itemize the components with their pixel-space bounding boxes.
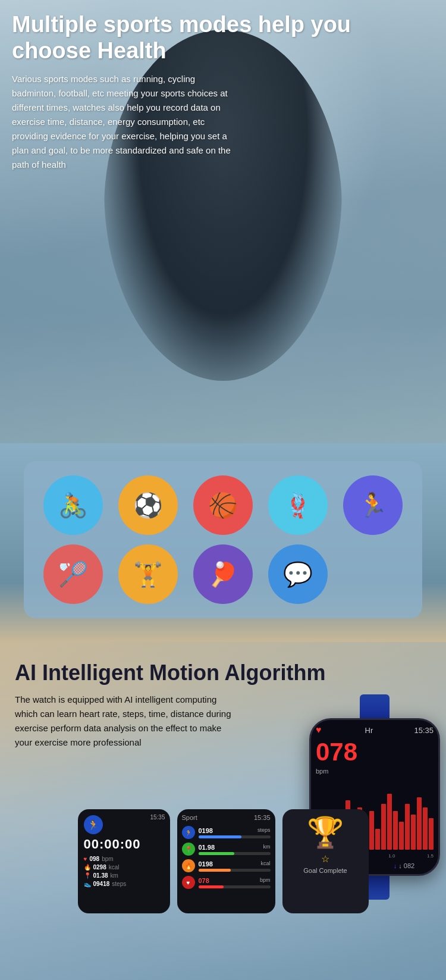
- stat-km: 📍 01.38 km: [84, 872, 164, 879]
- km-bar-bg: [199, 852, 271, 855]
- km-label: km: [263, 844, 271, 851]
- km-value: 01.38: [93, 872, 108, 879]
- km-bar: [199, 852, 235, 855]
- workout-icon: 🏃: [84, 815, 103, 834]
- kcal-num: 0198: [199, 860, 213, 868]
- dumbbell-icon[interactable]: 🏋️: [118, 544, 178, 604]
- ai-section: AI Intelligent Motion Algorithm The watc…: [0, 642, 446, 980]
- bpm-unit: bpm: [102, 856, 113, 862]
- kcal-icon: 🔥: [182, 859, 195, 872]
- heart-icon: ♥: [84, 856, 87, 862]
- km-label-row: 01.98 km: [199, 844, 271, 851]
- sports-card: 🚴 ⚽ 🏀 🪢 🏃 🏸 🏋️ 🏓 💬: [24, 461, 422, 618]
- sport-time: 15:35: [254, 814, 271, 821]
- steps-num: 0198: [199, 827, 213, 834]
- stat-steps: 👟 09418 steps: [84, 881, 164, 887]
- heart-icon: ♥: [316, 725, 322, 735]
- steps-icon: 👟: [84, 881, 91, 887]
- bpm-label: bpm: [260, 877, 271, 884]
- sports-row-1: 🚴 ⚽ 🏀 🪢 🏃: [36, 475, 410, 535]
- steps-info: 0198 steps: [199, 827, 271, 838]
- hero-text-block: Multiple sports modes help you choose He…: [12, 12, 434, 172]
- km-info: 01.98 km: [199, 844, 271, 855]
- km-unit: km: [111, 872, 118, 879]
- watch-sport-card: Sport 15:35 🏃 0198 steps 📍: [177, 809, 275, 913]
- steps-stat: 🏃 0198 steps: [182, 826, 271, 839]
- running-icon[interactable]: 🏃: [343, 475, 403, 535]
- hero-description: Various sports modes such as running, cy…: [12, 72, 238, 172]
- location-icon: 📍: [84, 872, 91, 879]
- sport-header: Sport 15:35: [182, 814, 271, 821]
- kcal-stat: 🔥 0198 kcal: [182, 859, 271, 872]
- sport-title: Sport: [182, 814, 197, 821]
- basketball-icon[interactable]: 🏀: [193, 475, 253, 535]
- watch-band-top: [360, 694, 390, 718]
- goal-title: Goal Complete: [288, 867, 363, 874]
- kcal-info: 0198 kcal: [199, 860, 271, 872]
- kcal-unit: kcal: [109, 864, 120, 871]
- watch-time: 15:35: [414, 726, 434, 735]
- cycling-icon[interactable]: 🚴: [43, 475, 103, 535]
- bpm-unit: bpm: [316, 768, 434, 775]
- km-num: 01.98: [199, 844, 215, 851]
- km-stat: 📍 01.98 km: [182, 843, 271, 856]
- hr-label: Hr: [365, 726, 373, 735]
- watch-cards-row: 15:35 🏃 00:00:00 ♥ 098 bpm 🔥 0298 kcal 📍…: [0, 797, 446, 931]
- jumprope-icon[interactable]: 🪢: [268, 475, 328, 535]
- stat-bpm: ♥ 098 bpm: [84, 856, 164, 862]
- bpm-num: 078: [199, 877, 209, 884]
- workout-time-badge: 15:35: [150, 814, 165, 821]
- ai-title: AI Intelligent Motion Algorithm: [15, 660, 431, 685]
- kcal-label-row: 0198 kcal: [199, 860, 271, 868]
- kcal-label: kcal: [260, 860, 270, 868]
- kcal-bar: [199, 869, 231, 872]
- bpm-row: 078: [316, 738, 434, 766]
- watch-goal-card: 🏆 ☆ Goal Complete: [282, 809, 369, 913]
- soccer-icon[interactable]: ⚽: [118, 475, 178, 535]
- hero-section: Multiple sports modes help you choose He…: [0, 0, 446, 446]
- sports-grid-section: 🚴 ⚽ 🏀 🪢 🏃 🏸 🏋️ 🏓 💬: [0, 443, 446, 642]
- ai-description: The watch is equipped with AI intelligen…: [15, 693, 235, 750]
- bpm-icon: ♥: [182, 876, 195, 889]
- bpm-bar-bg: [199, 885, 271, 888]
- bpm-stat: ♥ 078 bpm: [182, 876, 271, 889]
- sports-row-2: 🏸 🏋️ 🏓 💬: [36, 544, 410, 604]
- bpm-label-row: 078 bpm: [199, 877, 271, 884]
- km-icon: 📍: [182, 843, 195, 856]
- more-sports-icon[interactable]: 💬: [268, 544, 328, 604]
- steps-icon: 🏃: [182, 826, 195, 839]
- bpm-number: 078: [316, 738, 357, 766]
- kcal-value: 0298: [93, 864, 106, 871]
- kcal-bar-bg: [199, 869, 271, 872]
- watch-workout-card: 15:35 🏃 00:00:00 ♥ 098 bpm 🔥 0298 kcal 📍…: [78, 809, 170, 913]
- bpm-bar: [199, 885, 224, 888]
- hero-title: Multiple sports modes help you choose He…: [12, 12, 434, 64]
- badminton-icon[interactable]: 🏸: [43, 544, 103, 604]
- steps-bar-bg: [199, 835, 271, 838]
- steps-value: 09418: [93, 881, 110, 887]
- steps-label: steps: [257, 827, 271, 834]
- workout-elapsed-time: 00:00:00: [84, 837, 164, 852]
- fire-icon: 🔥: [84, 864, 91, 871]
- steps-label-row: 0198 steps: [199, 827, 271, 834]
- steps-unit: steps: [112, 881, 126, 887]
- workout-stats: ♥ 098 bpm 🔥 0298 kcal 📍 01.38 km 👟 09418: [84, 856, 164, 887]
- stat-kcal: 🔥 0298 kcal: [84, 864, 164, 871]
- steps-bar: [199, 835, 242, 838]
- bpm-value: 098: [89, 856, 99, 862]
- goal-star: ☆: [288, 853, 363, 865]
- bpm-info: 078 bpm: [199, 877, 271, 888]
- trophy-icon: 🏆: [288, 815, 363, 850]
- goal-complete-label: Goal Complete: [303, 867, 347, 874]
- watch-header: ♥ Hr 15:35: [316, 725, 434, 735]
- empty-slot: [343, 544, 403, 604]
- pingpong-icon[interactable]: 🏓: [193, 544, 253, 604]
